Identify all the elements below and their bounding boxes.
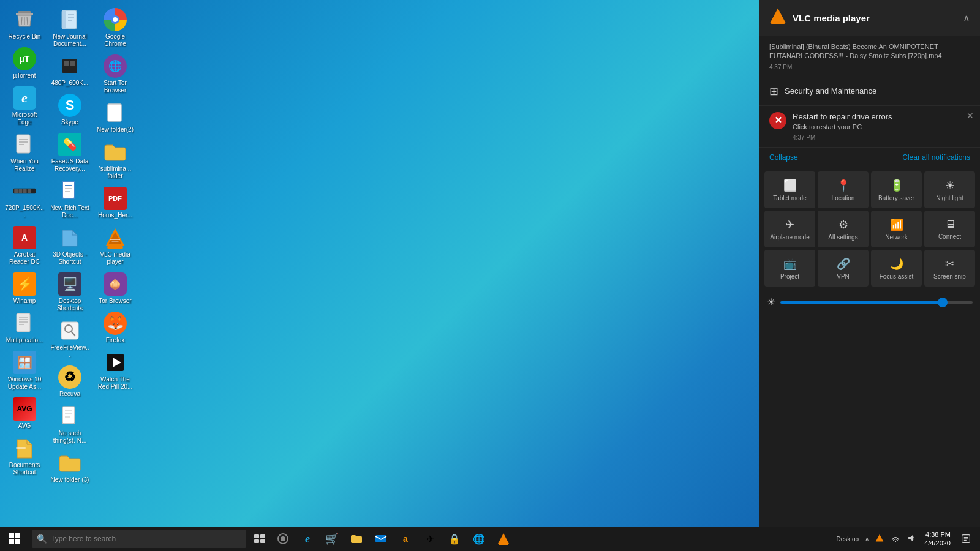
icon-no-such-thing[interactable]: No such thing(s). N... (48, 402, 92, 447)
svg-rect-5 (16, 13, 33, 15)
taskbar-vlc-tb[interactable] (491, 527, 516, 551)
icon-windows-update[interactable]: 🪟 Windows 10 Update As... (2, 348, 47, 393)
icon-skype[interactable]: S Skype (48, 91, 92, 129)
icon-recuva[interactable]: ♻ Recuva (48, 362, 92, 400)
icon-freefileview[interactable]: FreeFileView... (48, 316, 92, 361)
qa-project[interactable]: 📺 Project (764, 250, 815, 287)
qa-vpn[interactable]: 🔗 VPN (818, 250, 869, 287)
task-view-button[interactable] (249, 527, 271, 551)
icon-watch-red-pill[interactable]: Watch The Red Pill 20... (93, 348, 137, 393)
icon-acrobat[interactable]: A Acrobat Reader DC (2, 223, 47, 268)
taskbar-web[interactable]: 🌐 (467, 527, 491, 551)
qa-airplane-mode[interactable]: ✈ Airplane mode (764, 211, 815, 247)
restart-error-title: Restart to repair drive errors (793, 112, 892, 121)
qa-tablet-mode[interactable]: ⬜ Tablet mode (764, 171, 815, 208)
vlc-collapse-button[interactable]: ∧ (963, 12, 970, 24)
icon-easeus[interactable]: 💊 EaseUS Data Recovery... (48, 130, 92, 175)
qa-all-settings[interactable]: ⚙ All settings (818, 211, 869, 247)
brightness-slider[interactable] (780, 301, 973, 304)
vlc-notification-header: VLC media player ∧ (760, 0, 980, 36)
svg-point-67 (895, 541, 896, 542)
icon-recycle-bin[interactable]: Recycle Bin (2, 5, 47, 43)
icon-vlc[interactable]: VLC media player (93, 223, 137, 268)
taskbar-store[interactable]: 🛒 (320, 527, 344, 551)
icon-480p-file[interactable]: 480P_600K... (48, 51, 92, 89)
desktop-label: Desktop (834, 536, 861, 542)
icon-when-you-realize[interactable]: When You Realize (2, 130, 47, 175)
taskbar-lock[interactable]: 🔒 (442, 527, 467, 551)
restart-error-notification[interactable]: ✕ Restart to repair drive errors Click t… (760, 106, 980, 148)
tray-volume-icon[interactable] (905, 533, 918, 545)
svg-rect-65 (499, 544, 508, 545)
icon-multiplication[interactable]: Multiplicatio... (2, 309, 47, 347)
qa-focus-assist[interactable]: 🌙 Focus assist (871, 250, 922, 287)
icon-documents-shortcut[interactable]: Documents Shortcut (2, 433, 47, 479)
icon-3d-objects[interactable]: 3D Objects - Shortcut (48, 223, 92, 268)
search-bar[interactable]: 🔍 Type here to search (32, 530, 246, 548)
vlc-title: VLC media player (793, 13, 870, 23)
start-button[interactable] (0, 527, 29, 551)
qa-screen-snip[interactable]: ✂ Screen snip (924, 250, 975, 287)
taskbar-amazon[interactable]: a (393, 527, 418, 551)
svg-rect-60 (260, 539, 265, 543)
brightness-control: ☀ (760, 291, 980, 313)
svg-rect-23 (16, 447, 26, 449)
action-center-button[interactable] (957, 527, 975, 551)
clock-date: 4/4/2020 (924, 539, 951, 547)
qa-night-light[interactable]: ☀ Night light (924, 171, 975, 208)
qa-connect[interactable]: 🖥 Connect (924, 211, 975, 247)
project-icon: 📺 (783, 257, 797, 271)
connect-icon: 🖥 (944, 218, 956, 231)
icon-new-folder-3[interactable]: New folder (3) (48, 448, 92, 486)
tablet-mode-icon: ⬜ (783, 179, 797, 192)
icon-microsoft-edge[interactable]: e Microsoft Edge (2, 83, 47, 129)
icon-new-journal[interactable]: New Journal Document... (48, 5, 92, 50)
icon-avg[interactable]: AVG AVG (2, 394, 47, 432)
taskbar-explorer[interactable] (344, 527, 369, 551)
taskbar-edge[interactable]: e (295, 527, 320, 551)
qa-network[interactable]: 📶 Network (871, 211, 922, 247)
tray-vlc-icon[interactable] (873, 533, 886, 545)
clear-all-button[interactable]: Clear all notifications (902, 153, 970, 162)
collapse-button[interactable]: Collapse (769, 153, 798, 162)
icon-new-folder-2[interactable]: New folder(2) (93, 98, 137, 136)
icon-desktop-shortcuts[interactable]: 🖥️ Desktop Shortcuts (48, 269, 92, 315)
icon-subliminal-folder[interactable]: 'sublimina... folder (93, 137, 137, 182)
svg-rect-57 (254, 534, 259, 538)
qa-location[interactable]: 📍 Location (818, 171, 869, 208)
svg-rect-43 (108, 104, 121, 121)
tray-expand-button[interactable]: ∧ (864, 536, 870, 542)
security-maintenance-item[interactable]: ⊞ Security and Maintenance (760, 77, 980, 106)
taskbar-cortana[interactable] (271, 527, 295, 551)
taskbar-mail[interactable] (369, 527, 393, 551)
security-maintenance-label: Security and Maintenance (785, 86, 876, 96)
icon-new-rich-text[interactable]: New Rich Text Doc... (48, 176, 92, 222)
svg-rect-39 (62, 407, 75, 424)
svg-rect-32 (62, 181, 75, 198)
icon-winamp[interactable]: ⚡ Winamp (2, 269, 47, 307)
location-icon: 📍 (837, 179, 850, 192)
svg-rect-36 (61, 322, 78, 339)
svg-marker-66 (876, 534, 884, 541)
vlc-notification-item[interactable]: [Subliminal] (Binural Beats) Become An O… (760, 36, 980, 77)
security-icon: ⊞ (769, 84, 778, 98)
icon-utorrent[interactable]: µT µTorrent (2, 44, 47, 82)
taskbar-tripadvisor[interactable]: ✈ (418, 527, 442, 551)
icon-firefox[interactable]: 🦊 Firefox (93, 309, 137, 347)
airplane-mode-icon: ✈ (785, 218, 794, 231)
icon-tor-browser[interactable]: 🧅 Tor Browser (93, 269, 137, 307)
svg-marker-68 (908, 535, 913, 541)
icon-start-tor-browser[interactable]: 🌐 Start Tor Browser (93, 51, 137, 97)
vlc-icon (769, 7, 786, 29)
svg-rect-4 (18, 11, 31, 13)
icon-google-chrome[interactable]: Google Chrome (93, 5, 137, 50)
icon-720p-file[interactable]: 720P_1500K... (2, 176, 47, 222)
search-icon: 🔍 (37, 534, 47, 544)
restart-error-close-button[interactable]: ✕ (967, 111, 974, 121)
tray-network-icon[interactable] (889, 533, 902, 545)
brightness-handle[interactable] (938, 298, 948, 307)
qa-battery-saver[interactable]: 🔋 Battery saver (871, 171, 922, 208)
system-clock[interactable]: 4:38 PM 4/4/2020 (921, 530, 954, 548)
icon-horus[interactable]: PDF Horus_Her... (93, 184, 137, 222)
system-tray: Desktop ∧ 4:38 PM 4/4/2020 (829, 527, 980, 551)
